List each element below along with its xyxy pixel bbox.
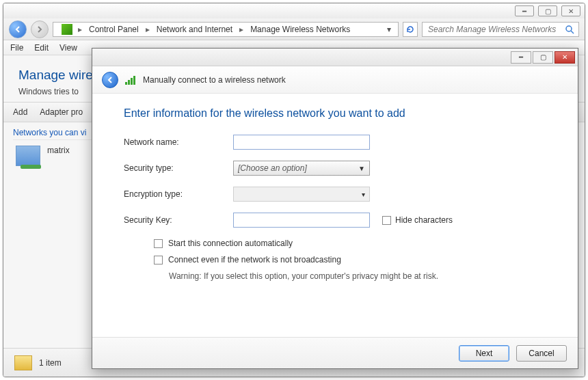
breadcrumb[interactable]: ▸ Control Panel ▸ Network and Internet ▸… <box>53 22 399 37</box>
search-icon <box>565 25 574 34</box>
breadcrumb-chevron[interactable]: ▸ <box>237 25 246 34</box>
dialog-back-button[interactable] <box>102 72 118 88</box>
select-security-type[interactable]: [Choose an option] ▼ <box>233 161 370 176</box>
option-not-broadcasting[interactable]: Connect even if the network is not broad… <box>154 255 546 264</box>
row-security-type: Security type: [Choose an option] ▼ <box>124 161 546 176</box>
label-not-broadcasting: Connect even if the network is not broad… <box>168 255 341 264</box>
input-security-key[interactable] <box>233 213 370 228</box>
menu-view[interactable]: View <box>59 43 77 53</box>
chevron-down-icon: ▼ <box>358 165 365 172</box>
svg-line-1 <box>571 31 574 33</box>
search-input[interactable] <box>427 24 565 35</box>
warning-text: Warning: If you select this option, your… <box>169 271 546 281</box>
arrow-right-icon <box>36 25 44 33</box>
window-caption-bar: ━ ▢ ✕ <box>3 3 585 18</box>
network-name-label: matrix <box>47 146 70 155</box>
breadcrumb-chevron[interactable]: ▸ <box>75 25 85 34</box>
menu-file[interactable]: File <box>10 43 23 53</box>
dialog-header: Manually connect to a wireless network <box>92 66 578 94</box>
breadcrumb-item[interactable]: Control Panel <box>85 23 143 36</box>
breadcrumb-item[interactable]: Network and Internet <box>152 23 237 36</box>
status-text: 1 item <box>39 358 62 368</box>
minimize-button[interactable]: ━ <box>515 5 534 16</box>
breadcrumb-chevron[interactable]: ▸ <box>143 25 152 34</box>
address-bar: ▸ Control Panel ▸ Network and Internet ▸… <box>3 18 585 40</box>
toolbar-add[interactable]: Add <box>13 107 27 117</box>
close-button[interactable]: ✕ <box>561 5 580 16</box>
row-security-key: Security Key: Hide characters <box>124 213 546 228</box>
hide-characters-option[interactable]: Hide characters <box>382 215 453 225</box>
label-hide-characters: Hide characters <box>395 215 453 225</box>
dialog-maximize-button[interactable]: ▢ <box>533 51 553 64</box>
row-network-name: Network name: <box>124 135 546 150</box>
maximize-button[interactable]: ▢ <box>538 5 557 16</box>
dialog-minimize-button[interactable]: ━ <box>511 51 531 64</box>
arrow-left-icon <box>106 76 114 84</box>
input-network-name[interactable] <box>233 135 370 150</box>
checkbox-not-broadcasting[interactable] <box>154 256 163 264</box>
dialog-footer: Next Cancel <box>92 337 578 368</box>
label-security-type: Security type: <box>124 163 233 173</box>
breadcrumb-dropdown[interactable]: ▾ <box>383 25 395 34</box>
dialog-body: Enter information for the wireless netwo… <box>92 94 578 337</box>
chevron-down-icon: ▾ <box>362 191 365 198</box>
wireless-favicon-icon <box>62 24 72 35</box>
breadcrumb-item[interactable]: Manage Wireless Networks <box>246 23 354 36</box>
wireless-signal-icon <box>125 75 136 85</box>
refresh-button[interactable] <box>403 22 418 37</box>
dialog-heading: Enter information for the wireless netwo… <box>124 107 546 120</box>
label-auto-connect: Start this connection automatically <box>168 239 293 248</box>
options-block: Start this connection automatically Conn… <box>154 239 546 281</box>
group-header-label: Networks you can vi <box>13 128 86 137</box>
manual-connect-dialog: ━ ▢ ✕ Manually connect to a wireless net… <box>92 48 578 369</box>
svg-point-0 <box>566 26 572 31</box>
row-encryption-type: Encryption type: ▾ <box>124 187 546 202</box>
label-network-name: Network name: <box>124 137 233 147</box>
label-encryption-type: Encryption type: <box>124 189 233 199</box>
forward-button[interactable] <box>31 21 49 38</box>
select-encryption-type: ▾ <box>233 187 370 202</box>
arrow-left-icon <box>14 25 22 33</box>
next-button[interactable]: Next <box>459 345 509 362</box>
checkbox-hide-characters[interactable] <box>382 216 391 225</box>
option-auto-connect[interactable]: Start this connection automatically <box>154 239 546 248</box>
dialog-header-title: Manually connect to a wireless network <box>143 75 286 85</box>
cancel-button[interactable]: Cancel <box>516 345 567 362</box>
toolbar-adapter-properties[interactable]: Adapter pro <box>40 107 83 117</box>
back-button[interactable] <box>9 21 27 38</box>
dialog-close-button[interactable]: ✕ <box>554 51 575 64</box>
dialog-titlebar: ━ ▢ ✕ <box>92 49 578 66</box>
network-adapter-icon <box>16 146 40 166</box>
label-security-key: Security Key: <box>124 215 233 225</box>
search-box[interactable] <box>422 22 579 37</box>
menu-edit[interactable]: Edit <box>34 43 49 53</box>
folder-icon <box>14 355 32 370</box>
select-security-type-value: [Choose an option] <box>238 163 307 173</box>
refresh-icon <box>405 25 415 34</box>
checkbox-auto-connect[interactable] <box>154 239 163 248</box>
